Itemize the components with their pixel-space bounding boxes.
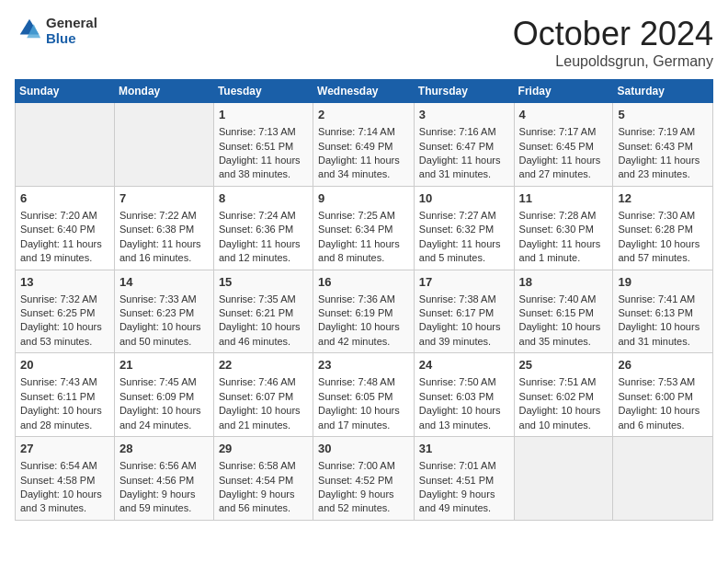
day-number: 17 (419, 274, 509, 291)
daylight: Daylight: 11 hours and 23 minutes. (618, 155, 700, 179)
calendar-week-2: 6Sunrise: 7:20 AMSunset: 6:40 PMDaylight… (16, 186, 713, 270)
calendar-cell: 26Sunrise: 7:53 AMSunset: 6:00 PMDayligh… (613, 353, 713, 437)
daylight: Daylight: 10 hours and 21 minutes. (219, 405, 301, 430)
calendar-table: SundayMondayTuesdayWednesdayThursdayFrid… (15, 79, 713, 521)
sunrise: Sunrise: 7:20 AM (20, 210, 97, 221)
day-number: 18 (519, 274, 609, 291)
calendar-cell: 7Sunrise: 7:22 AMSunset: 6:38 PMDaylight… (114, 186, 213, 270)
daylight: Daylight: 11 hours and 8 minutes. (318, 238, 400, 263)
daylight: Daylight: 10 hours and 57 minutes. (618, 238, 700, 263)
calendar-cell (16, 103, 115, 187)
sunset: Sunset: 6:09 PM (119, 391, 194, 402)
daylight: Daylight: 10 hours and 24 minutes. (119, 405, 201, 430)
day-number: 8 (219, 190, 308, 207)
sunrise: Sunrise: 7:24 AM (219, 210, 296, 221)
daylight: Daylight: 10 hours and 46 minutes. (219, 321, 301, 346)
sunset: Sunset: 6:32 PM (419, 224, 494, 235)
calendar-week-5: 27Sunrise: 6:54 AMSunset: 4:58 PMDayligh… (16, 437, 713, 521)
sunset: Sunset: 6:40 PM (20, 224, 95, 235)
sunset: Sunset: 4:51 PM (419, 475, 494, 486)
sunset: Sunset: 6:43 PM (618, 141, 692, 152)
calendar-body: 1Sunrise: 7:13 AMSunset: 6:51 PMDaylight… (16, 103, 713, 521)
day-number: 14 (119, 274, 209, 291)
sunset: Sunset: 6:36 PM (219, 224, 293, 235)
sunrise: Sunrise: 7:43 AM (20, 376, 97, 387)
sunset: Sunset: 6:34 PM (318, 224, 392, 235)
sunrise: Sunrise: 7:32 AM (20, 293, 97, 304)
day-number: 26 (618, 357, 708, 373)
day-number: 31 (419, 441, 509, 457)
calendar-header-row: SundayMondayTuesdayWednesdayThursdayFrid… (16, 80, 713, 103)
day-header-sunday: Sunday (16, 80, 115, 103)
location-title: Leupoldsgrun, Germany (513, 53, 713, 70)
day-number: 13 (20, 274, 109, 291)
sunrise: Sunrise: 7:16 AM (419, 126, 496, 137)
sunrise: Sunrise: 7:48 AM (318, 376, 395, 387)
calendar-cell (613, 437, 713, 521)
sunrise: Sunrise: 7:41 AM (618, 293, 695, 304)
calendar-cell: 8Sunrise: 7:24 AMSunset: 6:36 PMDaylight… (213, 186, 313, 270)
sunset: Sunset: 6:19 PM (318, 307, 392, 318)
sunset: Sunset: 6:45 PM (519, 141, 594, 152)
day-number: 28 (119, 441, 209, 457)
page-header: General Blue October 2024 Leupoldsgrun, … (15, 15, 713, 70)
calendar-cell: 13Sunrise: 7:32 AMSunset: 6:25 PMDayligh… (16, 270, 115, 353)
sunrise: Sunrise: 7:25 AM (318, 210, 395, 221)
day-number: 3 (419, 107, 509, 123)
calendar-cell: 31Sunrise: 7:01 AMSunset: 4:51 PMDayligh… (414, 437, 514, 521)
sunset: Sunset: 6:51 PM (219, 141, 293, 152)
day-header-tuesday: Tuesday (213, 80, 313, 103)
day-number: 19 (618, 274, 708, 291)
daylight: Daylight: 11 hours and 31 minutes. (419, 155, 501, 179)
sunrise: Sunrise: 7:40 AM (519, 293, 597, 304)
sunset: Sunset: 6:15 PM (519, 307, 594, 318)
daylight: Daylight: 10 hours and 50 minutes. (119, 321, 201, 346)
sunset: Sunset: 4:54 PM (219, 475, 293, 486)
daylight: Daylight: 11 hours and 12 minutes. (219, 238, 301, 263)
daylight: Daylight: 11 hours and 16 minutes. (119, 238, 201, 263)
daylight: Daylight: 10 hours and 28 minutes. (20, 405, 102, 430)
daylight: Daylight: 11 hours and 34 minutes. (318, 155, 400, 179)
daylight: Daylight: 10 hours and 10 minutes. (519, 405, 601, 430)
sunrise: Sunrise: 7:36 AM (318, 293, 395, 304)
calendar-cell: 21Sunrise: 7:45 AMSunset: 6:09 PMDayligh… (114, 353, 213, 437)
calendar-cell: 25Sunrise: 7:51 AMSunset: 6:02 PMDayligh… (514, 353, 613, 437)
day-number: 15 (219, 274, 308, 291)
sunset: Sunset: 6:03 PM (419, 391, 494, 402)
logo: General Blue (15, 15, 97, 46)
daylight: Daylight: 10 hours and 17 minutes. (318, 405, 400, 430)
daylight: Daylight: 11 hours and 27 minutes. (519, 155, 601, 179)
calendar-cell: 28Sunrise: 6:56 AMSunset: 4:56 PMDayligh… (114, 437, 213, 521)
day-header-thursday: Thursday (414, 80, 514, 103)
day-header-friday: Friday (514, 80, 613, 103)
calendar-cell: 20Sunrise: 7:43 AMSunset: 6:11 PMDayligh… (16, 353, 115, 437)
calendar-cell: 1Sunrise: 7:13 AMSunset: 6:51 PMDaylight… (213, 103, 313, 187)
daylight: Daylight: 10 hours and 35 minutes. (519, 321, 601, 346)
sunrise: Sunrise: 7:51 AM (519, 376, 597, 387)
sunset: Sunset: 6:11 PM (20, 391, 95, 402)
sunset: Sunset: 4:58 PM (20, 475, 95, 486)
sunset: Sunset: 6:30 PM (519, 224, 594, 235)
sunrise: Sunrise: 7:00 AM (318, 460, 395, 471)
day-number: 22 (219, 357, 308, 373)
calendar-cell: 2Sunrise: 7:14 AMSunset: 6:49 PMDaylight… (313, 103, 415, 187)
sunset: Sunset: 6:23 PM (119, 307, 194, 318)
sunrise: Sunrise: 7:46 AM (219, 376, 296, 387)
day-header-saturday: Saturday (613, 80, 713, 103)
sunrise: Sunrise: 7:01 AM (419, 460, 496, 471)
sunset: Sunset: 6:02 PM (519, 391, 594, 402)
calendar-cell: 6Sunrise: 7:20 AMSunset: 6:40 PMDaylight… (16, 186, 115, 270)
day-number: 10 (419, 190, 509, 207)
daylight: Daylight: 11 hours and 5 minutes. (419, 238, 501, 263)
sunset: Sunset: 6:21 PM (219, 307, 293, 318)
calendar-cell: 29Sunrise: 6:58 AMSunset: 4:54 PMDayligh… (213, 437, 313, 521)
sunrise: Sunrise: 7:53 AM (618, 376, 695, 387)
sunrise: Sunrise: 7:45 AM (119, 376, 197, 387)
day-number: 7 (119, 190, 209, 207)
calendar-cell: 12Sunrise: 7:30 AMSunset: 6:28 PMDayligh… (613, 186, 713, 270)
sunset: Sunset: 6:13 PM (618, 307, 692, 318)
calendar-cell: 5Sunrise: 7:19 AMSunset: 6:43 PMDaylight… (613, 103, 713, 187)
sunset: Sunset: 6:00 PM (618, 391, 692, 402)
sunrise: Sunrise: 7:14 AM (318, 126, 395, 137)
calendar-cell: 11Sunrise: 7:28 AMSunset: 6:30 PMDayligh… (514, 186, 613, 270)
